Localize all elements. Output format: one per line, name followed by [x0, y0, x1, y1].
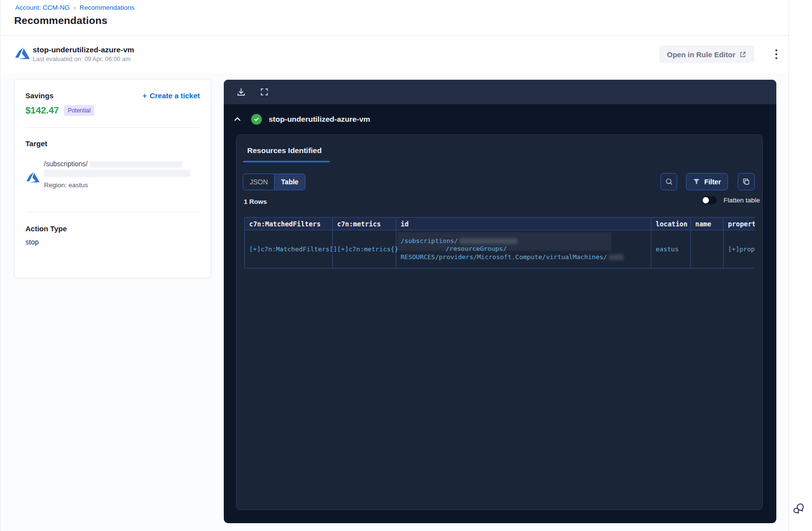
open-rule-editor-button[interactable]: Open in Rule Editor [659, 45, 754, 63]
active-tab-underline [243, 161, 330, 162]
view-table-button[interactable]: Table [274, 174, 305, 190]
column-header-metrics[interactable]: c7n:metrics [333, 218, 396, 230]
cell-location: eastus [651, 230, 691, 268]
create-ticket-label: Create a ticket [150, 91, 200, 100]
recommendation-title: stop-underutilized-azure-vm [33, 45, 134, 54]
breadcrumb-recommendations-link[interactable]: Recommendations [80, 4, 135, 11]
breadcrumb-account-link[interactable]: Account: CCM-NG [15, 4, 70, 11]
flatten-table-toggle[interactable] [702, 196, 717, 204]
external-link-icon [739, 51, 747, 58]
card-divider [25, 212, 200, 212]
search-button[interactable] [661, 173, 677, 190]
redacted-subscription-id [89, 161, 182, 168]
action-type-label: Action Type [25, 224, 67, 233]
flatten-table-label: Flatten table [724, 197, 760, 204]
evaluation-result-title: stop-underutilized-azure-vm [269, 115, 370, 124]
viewer-toolbar [224, 80, 776, 104]
redacted-text [460, 238, 517, 244]
redacted-subscription-id [44, 170, 191, 177]
potential-badge: Potential [64, 105, 95, 116]
breadcrumb: Account: CCM-NG › Recommendations [15, 4, 134, 11]
evaluation-viewer-panel: stop-underutilized-azure-vm Resources Id… [224, 80, 776, 523]
target-label: Target [25, 139, 47, 148]
fullscreen-button[interactable] [257, 85, 272, 99]
table-row: [+]c7n:MatchedFilters[] [+]c7n:metrics{}… [245, 230, 755, 268]
column-header-matched-filters[interactable]: c7n:MatchedFilters [245, 218, 333, 230]
filter-funnel-icon [693, 178, 700, 185]
content-right-border [789, 0, 789, 531]
resources-table: c7n:MatchedFilters c7n:metrics id locati… [244, 217, 755, 268]
chat-bubbles-icon [791, 501, 809, 516]
success-check-icon [251, 114, 262, 125]
view-mode-toggle: JSON Table [243, 174, 305, 190]
filter-label: Filter [704, 178, 721, 186]
cell-resource-id: /subscriptions/ /resourceGroups/ RESOURC… [396, 230, 651, 268]
action-type-value: stop [25, 238, 39, 246]
recommendation-details-card: Savings + Create a ticket $142.47 Potent… [14, 79, 211, 278]
filter-button[interactable]: Filter [686, 173, 728, 190]
copy-icon [742, 177, 750, 186]
chat-widget-button[interactable] [791, 500, 809, 517]
search-icon [665, 177, 673, 186]
page-title: Recommendations [14, 15, 107, 26]
cell-name [691, 230, 724, 268]
cell-properties-expandable[interactable]: [+]properties{} [724, 230, 755, 268]
target-region: Region: eastus [44, 181, 88, 189]
redacted-text [609, 254, 623, 260]
resources-identified-panel: Resources Identified JSON Table Filter [236, 134, 763, 510]
rows-count: 1 Rows [244, 198, 267, 205]
tab-resources-identified[interactable]: Resources Identified [247, 146, 321, 155]
column-header-id[interactable]: id [396, 218, 651, 230]
flatten-table-control: Flatten table [702, 196, 760, 204]
download-button[interactable] [234, 85, 248, 99]
target-path: /subscriptions/ [44, 160, 182, 168]
collapse-chevron-button[interactable] [233, 113, 244, 125]
column-header-location[interactable]: location [651, 218, 691, 230]
recommendation-last-evaluated: Last evaluated on: 09 Apr, 06:00 am [33, 56, 130, 63]
recommendation-header: stop-underutilized-azure-vm Last evaluat… [0, 36, 789, 73]
page: Account: CCM-NG › Recommendations Recomm… [0, 0, 812, 531]
resources-table-scroll-area[interactable]: c7n:MatchedFilters c7n:metrics id locati… [244, 217, 755, 269]
card-divider [25, 127, 200, 128]
copy-button[interactable] [738, 173, 755, 190]
plus-icon: + [143, 91, 147, 100]
cell-metrics-expandable[interactable]: [+]c7n:metrics{} [333, 230, 396, 268]
column-header-name[interactable]: name [691, 218, 724, 230]
azure-icon [15, 46, 30, 61]
cell-matched-filters-expandable[interactable]: [+]c7n:MatchedFilters[] [245, 230, 333, 268]
evaluation-result-row: stop-underutilized-azure-vm [224, 104, 776, 134]
create-ticket-button[interactable]: + Create a ticket [143, 91, 200, 100]
column-header-properties[interactable]: properties [724, 218, 755, 230]
table-header-row: c7n:MatchedFilters c7n:metrics id locati… [245, 218, 755, 230]
view-json-button[interactable]: JSON [243, 174, 274, 190]
savings-label: Savings [25, 91, 54, 100]
azure-icon [26, 171, 40, 184]
open-rule-editor-label: Open in Rule Editor [667, 50, 735, 59]
breadcrumb-separator-icon: › [74, 4, 76, 11]
more-options-button[interactable] [769, 44, 784, 64]
savings-amount: $142.47 [25, 105, 59, 116]
